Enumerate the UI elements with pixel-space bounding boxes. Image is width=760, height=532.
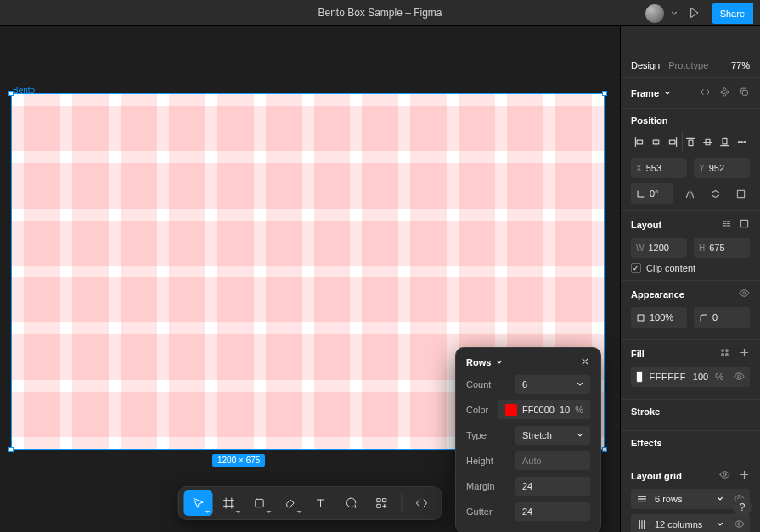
opacity-icon [636,313,645,322]
svg-point-38 [723,473,726,476]
grid-type-select[interactable]: Rows [466,357,503,367]
align-right[interactable] [665,132,682,151]
radius-input[interactable]: 0 [694,307,750,328]
fill-visibility-icon[interactable] [734,371,745,384]
tab-design[interactable]: Design [631,60,660,70]
component-icon[interactable] [719,87,730,99]
auto-layout-icon[interactable] [721,218,732,231]
columns-icon [636,518,648,530]
resize-handle[interactable] [8,447,14,452]
count-input[interactable]: 6 [515,375,590,394]
width-input[interactable]: W1200 [631,238,687,258]
section-position: Position X553 Y952 0° [621,108,760,210]
clip-content-checkbox[interactable]: ✓ Clip content [631,263,750,273]
copy-icon[interactable] [739,87,750,99]
move-tool[interactable] [184,490,213,516]
rows-icon [636,493,648,505]
visibility-icon[interactable] [739,288,750,300]
color-input[interactable]: FF0000 10 % [498,400,590,419]
height-input[interactable]: H675 [694,238,750,258]
svg-point-26 [738,141,740,143]
flip-horizontal[interactable] [680,184,699,203]
design-sidebar: Share Design Prototype 77% Frame Positio… [620,26,760,532]
svg-rect-19 [670,140,676,144]
grid-visibility-icon[interactable] [719,469,730,482]
grid-col-visibility-icon[interactable] [734,518,745,531]
section-effects[interactable]: Effects [621,430,760,462]
svg-point-27 [740,141,742,143]
flip-vertical[interactable] [706,184,724,203]
height-input[interactable]: Auto [515,451,590,470]
type-label: Type [466,430,487,440]
rotation-input[interactable]: 0° [631,183,673,204]
svg-rect-29 [737,190,744,197]
add-grid-icon[interactable] [739,469,750,482]
code-icon[interactable] [700,87,711,99]
height-label: Height [466,456,493,466]
y-input[interactable]: Y952 [694,158,750,178]
resize-handle[interactable] [8,91,14,96]
svg-point-33 [722,350,723,351]
align-left[interactable] [631,132,648,151]
grid-entry-rows[interactable]: 6 rows [631,489,750,509]
gutter-input[interactable]: 24 [515,502,590,521]
align-bottom[interactable] [716,132,733,151]
add-fill-icon[interactable] [739,347,750,360]
chevron-down-icon [496,359,503,366]
svg-point-36 [726,354,728,356]
svg-rect-11 [383,499,386,502]
appearance-title: Appearance [631,289,684,300]
margin-input[interactable]: 24 [515,477,590,496]
close-icon[interactable] [580,356,590,368]
resize-icon[interactable] [739,218,750,231]
layout-title: Layout [631,220,661,230]
zoom-level[interactable]: 77% [731,60,750,70]
svg-rect-13 [742,90,747,95]
section-fill: Fill FFFFFF 100 % [621,339,760,399]
help-button[interactable]: ? [733,498,752,517]
align-distribute[interactable] [733,132,750,151]
more-transforms[interactable] [731,184,750,203]
x-input[interactable]: X553 [631,158,687,178]
tab-prototype[interactable]: Prototype [668,60,708,70]
text-tool[interactable] [307,490,335,516]
svg-point-35 [722,354,723,356]
frame-tool[interactable] [215,490,244,516]
fill-item[interactable]: FFFFFF 100 % [631,367,750,387]
effects-title: Effects [631,438,662,448]
svg-rect-15 [637,140,643,144]
align-vcenter[interactable] [699,132,716,151]
position-title: Position [631,115,667,126]
opacity-input[interactable]: 100% [631,307,687,328]
margin-label: Margin [466,481,495,491]
section-layout: Layout W1200 H675 ✓ Clip content [621,210,760,280]
comment-tool[interactable] [337,490,366,516]
grid-entry-columns[interactable]: 12 columns [631,514,750,532]
pen-tool[interactable] [276,490,305,516]
frame-preset-select[interactable]: Frame [631,88,671,98]
section-stroke[interactable]: Stroke [621,399,760,430]
resize-handle[interactable] [602,91,607,96]
chevron-down-icon [664,90,671,97]
chevron-down-icon [577,432,583,439]
section-layout-grid: Layout grid 6 rows 12 columns [621,462,760,532]
canvas[interactable]: Bento 1200 × 675 [0,26,620,532]
svg-rect-10 [377,499,380,502]
align-hcenter[interactable] [648,132,665,151]
type-select[interactable]: Stretch [515,426,590,445]
shape-tool[interactable] [245,490,274,516]
chevron-down-icon [577,381,583,388]
resize-handle[interactable] [602,447,607,452]
grid-settings-popover: Rows Count 6 Color FF0000 10 % Type [455,347,601,532]
gutter-label: Gutter [466,507,493,517]
toolbar [178,486,442,520]
actions-tool[interactable] [368,490,397,516]
align-top[interactable] [683,132,700,151]
fill-title: Fill [631,349,645,359]
styles-icon[interactable] [719,347,730,360]
angle-icon [636,189,645,199]
dev-mode-toggle[interactable] [408,490,436,516]
svg-point-37 [738,374,740,377]
fill-swatch[interactable] [636,371,643,383]
chevron-down-icon [717,521,723,528]
